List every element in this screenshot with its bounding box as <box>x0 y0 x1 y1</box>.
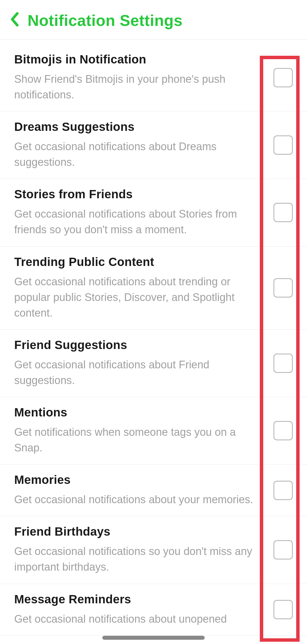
checkbox-birthdays[interactable] <box>273 540 293 560</box>
setting-description: Show Friend's Bitmojis in your phone's p… <box>14 71 262 103</box>
setting-text: Memories Get occasional notifications ab… <box>14 473 273 507</box>
setting-description: Get occasional notifications about Stori… <box>14 206 262 238</box>
setting-text: Stories from Friends Get occasional noti… <box>14 187 273 238</box>
setting-title: Stories from Friends <box>14 187 262 201</box>
setting-text: Friend Birthdays Get occasional notifica… <box>14 525 273 575</box>
setting-item-dreams[interactable]: Dreams Suggestions Get occasional notifi… <box>0 112 307 179</box>
setting-description: Get occasional notifications about trend… <box>14 274 262 321</box>
setting-text: Mentions Get notifications when someone … <box>14 406 273 456</box>
setting-item-stories[interactable]: Stories from Friends Get occasional noti… <box>0 179 307 246</box>
setting-item-bitmojis[interactable]: Bitmojis in Notification Show Friend's B… <box>0 51 307 112</box>
settings-list: Bitmojis in Notification Show Friend's B… <box>0 40 307 636</box>
setting-item-message-reminders[interactable]: Message Reminders Get occasional notific… <box>0 584 307 636</box>
setting-item-friend-suggestions[interactable]: Friend Suggestions Get occasional notifi… <box>0 330 307 397</box>
setting-title: Message Reminders <box>14 593 262 606</box>
setting-description: Get occasional notifications so you don'… <box>14 544 262 575</box>
setting-description: Get occasional notifications about unope… <box>14 611 262 627</box>
setting-text: Friend Suggestions Get occasional notifi… <box>14 338 273 388</box>
checkbox-memories[interactable] <box>273 481 293 500</box>
setting-text: Bitmojis in Notification Show Friend's B… <box>14 53 273 103</box>
setting-title: Trending Public Content <box>14 255 262 269</box>
setting-item-birthdays[interactable]: Friend Birthdays Get occasional notifica… <box>0 516 307 584</box>
setting-description: Get occasional notifications about Dream… <box>14 139 262 170</box>
setting-description: Get notifications when someone tags you … <box>14 424 262 456</box>
checkbox-friend-suggestions[interactable] <box>273 354 293 373</box>
checkbox-bitmojis[interactable] <box>273 68 293 87</box>
header: Notification Settings <box>0 0 307 40</box>
checkbox-dreams[interactable] <box>273 135 293 155</box>
setting-item-mentions[interactable]: Mentions Get notifications when someone … <box>0 397 307 465</box>
setting-title: Friend Suggestions <box>14 338 262 352</box>
setting-title: Dreams Suggestions <box>14 120 262 134</box>
setting-title: Memories <box>14 473 262 487</box>
setting-description: Get occasional notifications about your … <box>14 492 262 507</box>
setting-text: Trending Public Content Get occasional n… <box>14 255 273 321</box>
setting-title: Friend Birthdays <box>14 525 262 538</box>
home-indicator <box>102 636 205 640</box>
setting-item-memories[interactable]: Memories Get occasional notifications ab… <box>0 465 307 516</box>
setting-title: Bitmojis in Notification <box>14 53 262 66</box>
back-chevron-icon[interactable] <box>10 12 19 29</box>
checkbox-message-reminders[interactable] <box>273 600 293 619</box>
setting-item-trending[interactable]: Trending Public Content Get occasional n… <box>0 247 307 330</box>
setting-text: Dreams Suggestions Get occasional notifi… <box>14 120 273 170</box>
setting-description: Get occasional notifications about Frien… <box>14 357 262 388</box>
checkbox-stories[interactable] <box>273 203 293 222</box>
setting-text: Message Reminders Get occasional notific… <box>14 593 273 627</box>
setting-title: Mentions <box>14 406 262 419</box>
page-title: Notification Settings <box>28 11 182 30</box>
checkbox-trending[interactable] <box>273 278 293 298</box>
checkbox-mentions[interactable] <box>273 421 293 440</box>
